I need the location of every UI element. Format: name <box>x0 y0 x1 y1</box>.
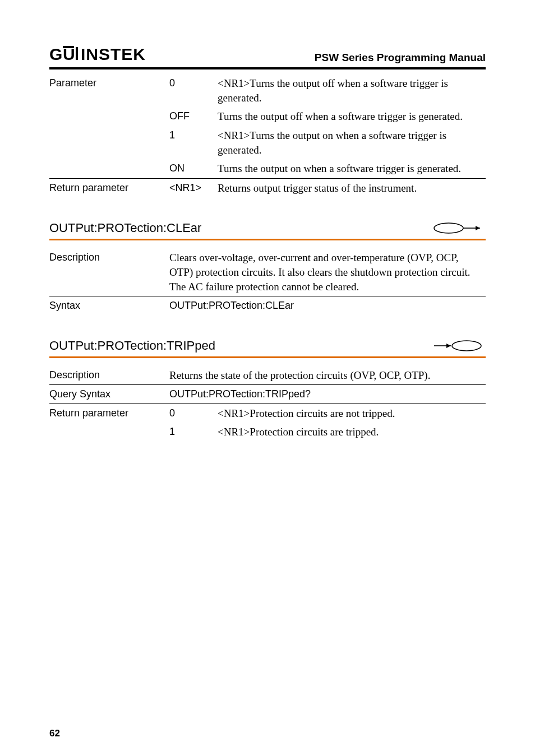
description-label: Description <box>49 366 169 385</box>
return-parameter-table: Return parameter 0 <NR1>Protection circu… <box>49 404 486 442</box>
param-value: ON <box>169 159 218 178</box>
section-title: OUTPut:PROTection:TRIPped <box>49 338 215 353</box>
param-value: 0 <box>169 74 218 107</box>
svg-point-10 <box>452 341 481 351</box>
set-command-icon <box>432 222 486 234</box>
parameter-table: Parameter 0 <NR1>Turns the output off wh… <box>49 74 486 178</box>
svg-rect-3 <box>76 47 78 60</box>
svg-text:G: G <box>49 45 63 63</box>
param-desc: Turns the output on when a software trig… <box>218 159 486 178</box>
param-desc: Turns the output off when a software tri… <box>218 107 486 126</box>
page-header: G U INSTEK PSW Series Programming Manual <box>49 45 486 64</box>
header-divider <box>49 67 486 69</box>
svg-marker-9 <box>446 344 451 348</box>
section-protection-tripped: OUTPut:PROTection:TRIPped Description Re… <box>49 338 486 442</box>
return-parameter-label: Return parameter <box>49 404 169 442</box>
description-text: Clears over-voltage, over-current and ov… <box>169 248 486 296</box>
return-parameter-label: Return parameter <box>49 179 169 198</box>
section-protection-clear: OUTPut:PROTection:CLEar Description Clea… <box>49 221 486 314</box>
syntax-label: Syntax <box>49 296 169 314</box>
query-syntax-label: Query Syntax <box>49 385 169 403</box>
description-text: Returns the state of the protection circ… <box>169 366 486 385</box>
svg-point-5 <box>434 223 463 233</box>
param-desc: <NR1>Protection circuits are tripped. <box>218 423 486 442</box>
brand-logo: G U INSTEK <box>49 45 156 64</box>
section-divider <box>49 239 486 240</box>
syntax-text: OUTPut:PROTection:CLEar <box>169 296 486 314</box>
query-syntax-text: OUTPut:PROTection:TRIPped? <box>169 385 486 403</box>
query-command-icon <box>432 340 486 352</box>
param-value: 0 <box>169 404 218 423</box>
description-row: Description Clears over-voltage, over-cu… <box>49 248 486 296</box>
return-parameter-row: Return parameter <NR1> Returns output tr… <box>49 179 486 198</box>
param-value: 1 <box>169 423 218 442</box>
return-param-desc: Returns output trigger status of the ins… <box>218 179 486 198</box>
description-label: Description <box>49 248 169 296</box>
syntax-row: Syntax OUTPut:PROTection:CLEar <box>49 296 486 314</box>
param-value: 1 <box>169 126 218 159</box>
description-row: Description Returns the state of the pro… <box>49 366 486 385</box>
parameter-label: Parameter <box>49 74 169 178</box>
page-number: 62 <box>49 728 60 739</box>
svg-rect-2 <box>63 46 74 48</box>
param-desc: <NR1>Turns the output off when a softwar… <box>218 74 486 107</box>
svg-marker-7 <box>476 226 480 230</box>
section-title: OUTPut:PROTection:CLEar <box>49 221 201 235</box>
param-desc: <NR1>Turns the output on when a software… <box>218 126 486 159</box>
section-divider <box>49 356 486 358</box>
param-value: OFF <box>169 107 218 126</box>
return-param-type: <NR1> <box>169 179 218 198</box>
svg-text:INSTEK: INSTEK <box>81 45 146 63</box>
query-syntax-row: Query Syntax OUTPut:PROTection:TRIPped? <box>49 385 486 403</box>
param-desc: <NR1>Protection circuits are not tripped… <box>218 404 486 423</box>
page-title: PSW Series Programming Manual <box>315 52 486 64</box>
